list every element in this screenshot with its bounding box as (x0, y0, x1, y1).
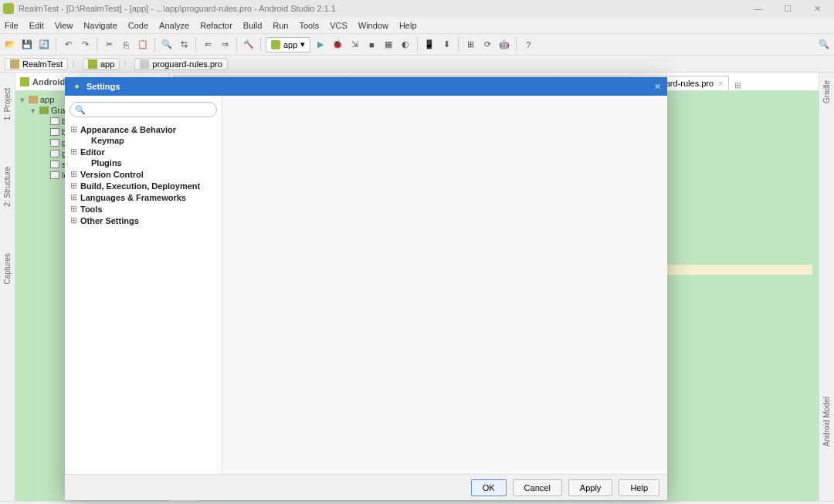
forward-icon[interactable]: ⇒ (218, 38, 232, 52)
tool-gradle[interactable]: Gradle (822, 80, 831, 103)
android-view-icon (20, 77, 29, 86)
run-icon[interactable]: ▶ (314, 38, 327, 52)
make-icon[interactable]: 🔨 (242, 38, 256, 52)
menu-view[interactable]: View (55, 21, 73, 30)
menu-analyze[interactable]: Analyze (159, 21, 189, 30)
profile-icon[interactable]: ◐ (398, 38, 412, 52)
android-icon[interactable]: 🤖 (497, 38, 511, 52)
menu-navigate[interactable]: Navigate (83, 21, 117, 30)
menu-vcs[interactable]: VCS (330, 21, 348, 30)
sync-icon[interactable]: 🔄 (37, 38, 51, 52)
save-icon[interactable]: 💾 (20, 38, 34, 52)
tool-captures[interactable]: Captures (3, 253, 12, 285)
left-tool-gutter: 1: Project 2: Structure Captures (0, 73, 15, 501)
dialog-titlebar[interactable]: ✦ Settings ✕ (65, 77, 667, 96)
copy-icon[interactable]: ⎘ (119, 38, 133, 52)
maximize-button[interactable]: ☐ (780, 4, 795, 14)
avd-icon[interactable]: 📱 (422, 38, 436, 52)
find-icon[interactable]: 🔍 (160, 38, 174, 52)
app-icon (3, 3, 14, 14)
settings-icon: ✦ (71, 81, 82, 92)
settings-content (222, 96, 667, 474)
settings-category[interactable]: Plugins (70, 157, 217, 168)
menu-build[interactable]: Build (243, 21, 262, 30)
undo-icon[interactable]: ↶ (61, 38, 75, 52)
titlebar: RealmTest - [D:\RealmTest] - [app] - ...… (0, 0, 834, 17)
crumb-project[interactable]: RealmTest (5, 58, 68, 70)
menu-help[interactable]: Help (399, 21, 417, 30)
dialog-footer: OK Cancel Apply Help (65, 474, 667, 500)
menu-tools[interactable]: Tools (299, 21, 319, 30)
dialog-title: Settings (86, 82, 654, 91)
tool-project[interactable]: 1: Project (3, 88, 12, 120)
structure-icon[interactable]: ⊞ (463, 38, 477, 52)
menu-refactor[interactable]: Refactor (200, 21, 232, 30)
settings-search[interactable]: 🔍 (70, 102, 217, 117)
debug-icon[interactable]: 🐞 (331, 38, 344, 52)
settings-category[interactable]: Keymap (70, 135, 217, 146)
menubar: File Edit View Navigate Code Analyze Ref… (0, 17, 834, 34)
coverage-icon[interactable]: ▦ (381, 38, 395, 52)
minimize-button[interactable]: — (751, 4, 766, 14)
settings-category[interactable]: ⊞Appearance & Behavior (70, 123, 217, 135)
help-icon[interactable]: ? (521, 38, 535, 52)
settings-category[interactable]: ⊞Version Control (70, 168, 217, 180)
search-icon: 🔍 (75, 105, 86, 115)
cut-icon[interactable]: ✂ (102, 38, 116, 52)
tab-split-icon[interactable]: ⊞ (734, 80, 741, 90)
menu-file[interactable]: File (5, 21, 19, 30)
crumb-file[interactable]: proguard-rules.pro (134, 58, 228, 70)
settings-category[interactable]: ⊞Languages & Frameworks (70, 191, 217, 203)
menu-run[interactable]: Run (273, 21, 288, 30)
module-icon (271, 40, 280, 49)
stop-icon[interactable]: ■ (364, 38, 378, 52)
settings-dialog: ✦ Settings ✕ 🔍 ⊞Appearance & BehaviorKey… (65, 77, 667, 500)
sync2-icon[interactable]: ⟳ (480, 38, 494, 52)
settings-category[interactable]: ⊞Other Settings (70, 215, 217, 226)
menu-edit[interactable]: Edit (29, 21, 44, 30)
search-everywhere-icon[interactable]: 🔍 (817, 38, 831, 52)
run-config-select[interactable]: app ▾ (266, 37, 310, 52)
menu-code[interactable]: Code (128, 21, 148, 30)
tab-close-icon[interactable]: × (718, 79, 723, 88)
crumb-module[interactable]: app (83, 58, 120, 70)
run-config-label: app (283, 40, 297, 49)
settings-search-input[interactable] (89, 105, 212, 114)
apply-button[interactable]: Apply (568, 479, 613, 496)
toolbar: 📂 💾 🔄 ↶ ↷ ✂ ⎘ 📋 🔍 ⇆ ⇐ ⇒ 🔨 app ▾ ▶ 🐞 ⇲ ■ … (0, 34, 834, 56)
menu-window[interactable]: Window (358, 21, 388, 30)
ok-button[interactable]: OK (471, 479, 507, 496)
open-icon[interactable]: 📂 (3, 38, 17, 52)
sdk-icon[interactable]: ⬇ (439, 38, 453, 52)
right-tool-gutter: Gradle Android Model (819, 73, 834, 501)
cancel-button[interactable]: Cancel (513, 479, 562, 496)
redo-icon[interactable]: ↷ (78, 38, 92, 52)
close-button[interactable]: ✕ (809, 4, 825, 14)
tool-android-model[interactable]: Android Model (822, 397, 831, 446)
bottom-toolbar: TODO 6: Android Monitor 0: CheckStyle Te… (0, 501, 834, 504)
settings-category[interactable]: ⊞Build, Execution, Deployment (70, 180, 217, 191)
attach-icon[interactable]: ⇲ (348, 38, 361, 52)
help-button[interactable]: Help (619, 479, 659, 496)
back-icon[interactable]: ⇐ (201, 38, 215, 52)
settings-category[interactable]: ⊞Tools (70, 203, 217, 215)
tool-structure[interactable]: 2: Structure (3, 167, 12, 207)
paste-icon[interactable]: 📋 (136, 38, 150, 52)
window-title: RealmTest - [D:\RealmTest] - [app] - ...… (19, 4, 751, 13)
settings-sidebar: 🔍 ⊞Appearance & BehaviorKeymap⊞EditorPlu… (65, 96, 222, 474)
replace-icon[interactable]: ⇆ (177, 38, 191, 52)
dialog-close-button[interactable]: ✕ (654, 82, 661, 92)
settings-category[interactable]: ⊞Editor (70, 146, 217, 157)
breadcrumb: RealmTest 〉 app 〉 proguard-rules.pro (0, 56, 834, 73)
chevron-down-icon: ▾ (300, 39, 305, 49)
